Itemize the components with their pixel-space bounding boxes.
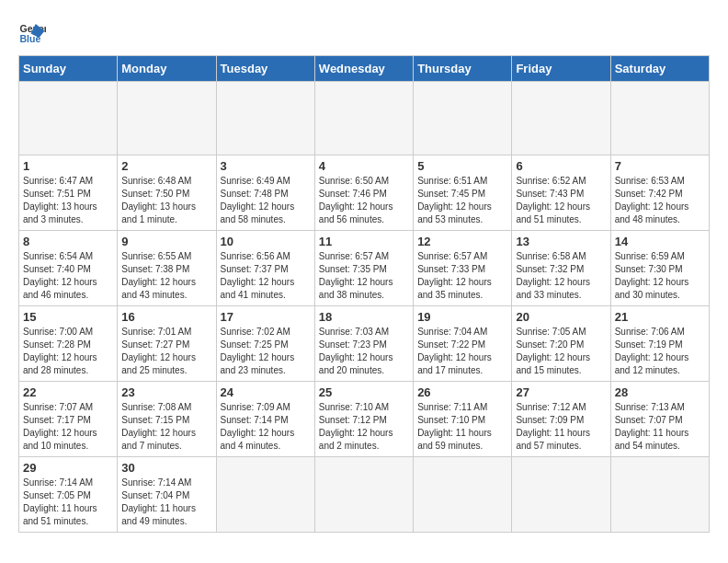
daylight-label: Daylight: 12 hours and 48 minutes. <box>615 201 689 224</box>
logo-icon: General Blue <box>18 18 46 46</box>
sunrise-label: Sunrise: 7:01 AM <box>121 327 191 337</box>
sunset-label: Sunset: 7:30 PM <box>615 264 683 274</box>
sunrise-label: Sunrise: 7:13 AM <box>615 402 685 412</box>
day-info: Sunrise: 6:48 AM Sunset: 7:50 PM Dayligh… <box>121 175 211 226</box>
daylight-label: Daylight: 12 hours and 41 minutes. <box>221 277 295 300</box>
calendar-cell: 5 Sunrise: 6:51 AM Sunset: 7:45 PM Dayli… <box>414 155 512 231</box>
sunrise-label: Sunrise: 6:54 AM <box>23 251 93 261</box>
day-number: 13 <box>516 235 606 248</box>
daylight-label: Daylight: 12 hours and 51 minutes. <box>516 201 590 224</box>
sunset-label: Sunset: 7:28 PM <box>23 339 91 350</box>
day-info: Sunrise: 7:10 AM Sunset: 7:12 PM Dayligh… <box>319 401 409 453</box>
calendar-cell <box>314 82 413 155</box>
calendar-cell <box>118 82 216 155</box>
daylight-label: Daylight: 12 hours and 38 minutes. <box>319 277 393 300</box>
sunrise-label: Sunrise: 7:10 AM <box>319 402 389 412</box>
day-number: 15 <box>23 310 113 324</box>
day-info: Sunrise: 7:14 AM Sunset: 7:05 PM Dayligh… <box>23 477 113 528</box>
calendar-cell: 18 Sunrise: 7:03 AM Sunset: 7:23 PM Dayl… <box>314 306 413 382</box>
day-info: Sunrise: 6:50 AM Sunset: 7:46 PM Dayligh… <box>319 175 409 226</box>
col-wednesday: Wednesday <box>314 56 413 82</box>
day-number: 5 <box>417 159 507 173</box>
day-number: 11 <box>319 235 409 248</box>
daylight-label: Daylight: 11 hours and 51 minutes. <box>23 503 97 526</box>
calendar-cell <box>610 82 709 155</box>
daylight-label: Daylight: 12 hours and 35 minutes. <box>417 277 492 300</box>
daylight-label: Daylight: 13 hours and 1 minute. <box>121 201 196 224</box>
calendar-cell: 6 Sunrise: 6:52 AM Sunset: 7:43 PM Dayli… <box>512 155 610 231</box>
calendar-cell: 25 Sunrise: 7:10 AM Sunset: 7:12 PM Dayl… <box>314 382 413 457</box>
calendar-header-row: Sunday Monday Tuesday Wednesday Thursday… <box>19 56 710 82</box>
daylight-label: Daylight: 12 hours and 10 minutes. <box>23 428 97 451</box>
sunset-label: Sunset: 7:48 PM <box>221 189 289 199</box>
sunset-label: Sunset: 7:14 PM <box>221 415 289 425</box>
day-info: Sunrise: 7:11 AM Sunset: 7:10 PM Dayligh… <box>417 401 507 453</box>
calendar-week-row: 29 Sunrise: 7:14 AM Sunset: 7:05 PM Dayl… <box>19 457 710 533</box>
day-number: 18 <box>319 310 409 324</box>
sunrise-label: Sunrise: 6:50 AM <box>319 176 389 186</box>
day-number: 28 <box>615 385 705 399</box>
calendar-cell: 12 Sunrise: 6:57 AM Sunset: 7:33 PM Dayl… <box>414 231 512 306</box>
sunset-label: Sunset: 7:46 PM <box>319 189 387 199</box>
sunset-label: Sunset: 7:33 PM <box>417 264 485 274</box>
daylight-label: Daylight: 11 hours and 54 minutes. <box>615 428 689 451</box>
sunset-label: Sunset: 7:35 PM <box>319 264 387 274</box>
calendar-cell: 22 Sunrise: 7:07 AM Sunset: 7:17 PM Dayl… <box>19 382 118 457</box>
calendar-cell <box>512 457 610 533</box>
day-number: 24 <box>221 385 311 399</box>
sunset-label: Sunset: 7:22 PM <box>417 339 485 350</box>
calendar-cell <box>314 457 413 533</box>
sunrise-label: Sunrise: 6:57 AM <box>417 251 487 261</box>
calendar-cell: 3 Sunrise: 6:49 AM Sunset: 7:48 PM Dayli… <box>216 155 314 231</box>
sunset-label: Sunset: 7:20 PM <box>516 339 584 350</box>
sunrise-label: Sunrise: 7:08 AM <box>121 402 191 412</box>
day-number: 19 <box>417 310 507 324</box>
calendar-cell: 13 Sunrise: 6:58 AM Sunset: 7:32 PM Dayl… <box>512 231 610 306</box>
sunrise-label: Sunrise: 6:48 AM <box>121 176 191 186</box>
day-number: 29 <box>23 461 113 475</box>
calendar-week-row: 1 Sunrise: 6:47 AM Sunset: 7:51 PM Dayli… <box>19 155 710 231</box>
day-number: 22 <box>23 385 113 399</box>
calendar-table: Sunday Monday Tuesday Wednesday Thursday… <box>18 55 710 533</box>
day-number: 1 <box>23 159 113 173</box>
daylight-label: Daylight: 12 hours and 7 minutes. <box>121 428 196 451</box>
daylight-label: Daylight: 12 hours and 20 minutes. <box>319 352 393 375</box>
day-info: Sunrise: 7:13 AM Sunset: 7:07 PM Dayligh… <box>615 401 705 453</box>
svg-text:Blue: Blue <box>20 33 41 44</box>
daylight-label: Daylight: 12 hours and 43 minutes. <box>121 277 196 300</box>
day-info: Sunrise: 6:56 AM Sunset: 7:37 PM Dayligh… <box>221 250 311 302</box>
calendar-cell: 11 Sunrise: 6:57 AM Sunset: 7:35 PM Dayl… <box>314 231 413 306</box>
sunrise-label: Sunrise: 6:55 AM <box>121 251 191 261</box>
day-info: Sunrise: 6:54 AM Sunset: 7:40 PM Dayligh… <box>23 250 113 302</box>
sunrise-label: Sunrise: 7:06 AM <box>615 327 685 337</box>
col-tuesday: Tuesday <box>216 56 314 82</box>
sunset-label: Sunset: 7:19 PM <box>615 339 683 350</box>
calendar-week-row: 22 Sunrise: 7:07 AM Sunset: 7:17 PM Dayl… <box>19 382 710 457</box>
sunrise-label: Sunrise: 7:14 AM <box>23 477 93 488</box>
calendar-cell: 24 Sunrise: 7:09 AM Sunset: 7:14 PM Dayl… <box>216 382 314 457</box>
sunset-label: Sunset: 7:15 PM <box>121 415 189 425</box>
daylight-label: Daylight: 12 hours and 2 minutes. <box>319 428 393 451</box>
calendar-cell: 29 Sunrise: 7:14 AM Sunset: 7:05 PM Dayl… <box>19 457 118 533</box>
day-info: Sunrise: 7:04 AM Sunset: 7:22 PM Dayligh… <box>417 326 507 377</box>
daylight-label: Daylight: 12 hours and 25 minutes. <box>121 352 196 375</box>
day-number: 23 <box>121 385 211 399</box>
sunrise-label: Sunrise: 6:59 AM <box>615 251 685 261</box>
logo: General Blue <box>18 18 50 46</box>
sunset-label: Sunset: 7:40 PM <box>23 264 91 274</box>
sunset-label: Sunset: 7:12 PM <box>319 415 387 425</box>
day-number: 17 <box>221 310 311 324</box>
sunrise-label: Sunrise: 7:03 AM <box>319 327 389 337</box>
calendar-cell: 28 Sunrise: 7:13 AM Sunset: 7:07 PM Dayl… <box>610 382 709 457</box>
day-info: Sunrise: 6:57 AM Sunset: 7:35 PM Dayligh… <box>319 250 409 302</box>
day-number: 12 <box>417 235 507 248</box>
day-number: 25 <box>319 385 409 399</box>
day-number: 10 <box>221 235 311 248</box>
sunrise-label: Sunrise: 7:05 AM <box>516 327 586 337</box>
sunset-label: Sunset: 7:10 PM <box>417 415 485 425</box>
sunset-label: Sunset: 7:07 PM <box>615 415 683 425</box>
daylight-label: Daylight: 11 hours and 57 minutes. <box>516 428 590 451</box>
sunset-label: Sunset: 7:45 PM <box>417 189 485 199</box>
day-number: 4 <box>319 159 409 173</box>
daylight-label: Daylight: 12 hours and 17 minutes. <box>417 352 492 375</box>
